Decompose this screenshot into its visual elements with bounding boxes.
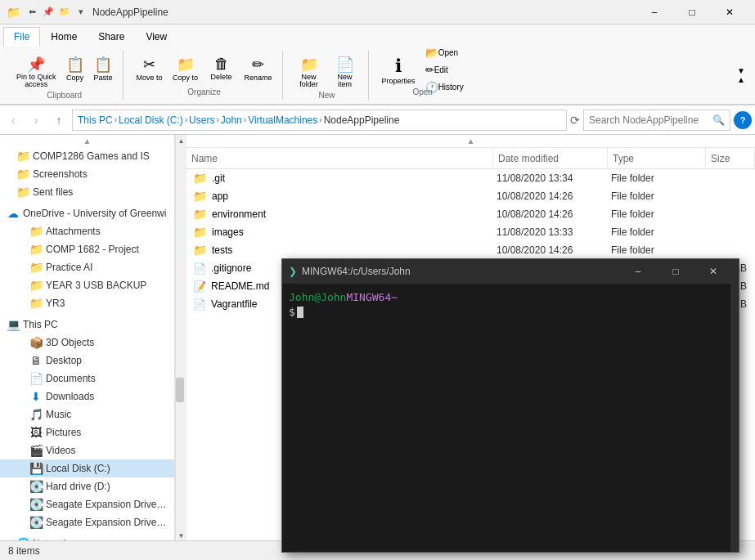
- sidebar-item-screenshots[interactable]: 📁 Screenshots: [0, 165, 174, 183]
- help-btn[interactable]: ▼: [737, 66, 745, 75]
- terminal-close-btn[interactable]: ✕: [694, 259, 732, 284]
- sidebar-item-label: YR3: [46, 298, 65, 309]
- tb-down-icon[interactable]: ▾: [74, 6, 88, 19]
- sidebar-item-label: Documents: [46, 373, 96, 384]
- scroll-up-btn[interactable]: ▲: [176, 135, 187, 146]
- terminal-maximize-btn[interactable]: □: [657, 259, 694, 284]
- sidebar-item-year3-backup[interactable]: 📁 YEAR 3 USB BACKUP: [0, 276, 174, 294]
- sidebar-scrollbar[interactable]: ▲ ▼: [175, 135, 187, 541]
- sidebar-item-3d-objects[interactable]: 📦 3D Objects: [0, 334, 174, 352]
- help-button[interactable]: ?: [734, 111, 752, 129]
- copy-to-btn[interactable]: 📁 Copy to: [169, 54, 202, 83]
- sidebar-item-attachments[interactable]: 📁 Attachments: [0, 222, 174, 240]
- table-row[interactable]: 📁 app 10/08/2020 14:26 File folder: [187, 187, 755, 205]
- bc-users[interactable]: Users: [189, 114, 214, 126]
- refresh-button[interactable]: ⟳: [570, 114, 580, 127]
- sidebar-item-seagate2[interactable]: 💽 Seagate Expansion Drive (E:): [0, 513, 174, 531]
- tb-undo-icon[interactable]: ⬅: [25, 6, 38, 19]
- bc-john[interactable]: John: [221, 114, 242, 126]
- new-folder-btn[interactable]: 📁 Newfolder: [293, 54, 326, 92]
- minimize-button[interactable]: –: [636, 0, 673, 25]
- sidebar-item-label: Videos: [46, 445, 75, 456]
- file-name-text: README.md: [211, 280, 269, 292]
- term-dollar: $: [289, 305, 295, 320]
- clipboard-label: Clipboard: [13, 91, 116, 100]
- 3d-icon: 📦: [29, 336, 43, 349]
- bc-vms[interactable]: VirtualMachines: [248, 114, 317, 126]
- collapse-ribbon-btn[interactable]: ▲: [737, 75, 745, 84]
- tb-pin-icon[interactable]: 📌: [42, 6, 55, 19]
- table-row[interactable]: 📁 .git 11/08/2020 13:34 File folder: [187, 169, 755, 187]
- col-header-name[interactable]: Name: [187, 148, 493, 168]
- sidebar-item-comp1286[interactable]: 📁 COMP1286 Games and IS: [0, 147, 174, 165]
- new-item-btn[interactable]: 📄 Newitem: [329, 54, 362, 92]
- breadcrumb[interactable]: This PC › Local Disk (C:) › Users › John…: [72, 110, 567, 131]
- copy-btn[interactable]: 📋 Copy: [63, 54, 88, 92]
- back-button[interactable]: ‹: [3, 110, 23, 130]
- col-header-type[interactable]: Type: [608, 148, 706, 168]
- sidebar-item-label: Sent files: [33, 186, 73, 198]
- table-row[interactable]: 📁 tests 10/08/2020 14:26 File folder: [187, 241, 755, 259]
- sidebar-item-this-pc[interactable]: 💻 This PC: [0, 316, 174, 334]
- tab-share[interactable]: Share: [88, 27, 135, 47]
- scrollbar-thumb[interactable]: [176, 378, 184, 402]
- bc-this-pc[interactable]: This PC: [78, 114, 113, 126]
- sidebar-item-pictures[interactable]: 🖼 Pictures: [0, 423, 174, 441]
- table-row[interactable]: 📁 images 11/08/2020 13:33 File folder: [187, 223, 755, 241]
- sidebar-item-sent-files[interactable]: 📁 Sent files: [0, 183, 174, 201]
- rename-btn[interactable]: ✏ Rename: [241, 54, 276, 83]
- up-button[interactable]: ↑: [49, 110, 69, 130]
- maximize-button[interactable]: □: [673, 0, 711, 25]
- sidebar-item-label: Seagate Expansion Drive (E:): [46, 499, 168, 510]
- sidebar-item-local-disk[interactable]: 💾 Local Disk (C:): [0, 459, 174, 477]
- file-name-text: app: [212, 190, 228, 202]
- tab-view[interactable]: View: [135, 27, 178, 47]
- term-tilde: ~: [391, 290, 398, 305]
- move-to-btn[interactable]: ✂ Move to: [133, 54, 166, 83]
- properties-btn[interactable]: ℹ Properties: [379, 54, 419, 87]
- scroll-down-btn[interactable]: ▼: [176, 530, 187, 541]
- sidebar-item-practice-ai[interactable]: 📁 Practice AI: [0, 258, 174, 276]
- sidebar-item-documents[interactable]: 📄 Documents: [0, 370, 174, 388]
- sidebar-item-label: Seagate Expansion Drive (E:): [46, 517, 168, 528]
- sidebar-item-desktop[interactable]: 🖥 Desktop: [0, 352, 174, 370]
- scroll-up[interactable]: ▲: [0, 135, 174, 147]
- sidebar-item-comp1682[interactable]: 📁 COMP 1682 - Project: [0, 240, 174, 258]
- pin-to-quick-btn[interactable]: 📌 Pin to Quickaccess: [13, 54, 60, 92]
- tab-file[interactable]: File: [3, 27, 40, 47]
- desktop-icon: 🖥: [29, 354, 43, 367]
- col-header-date[interactable]: Date modified: [493, 148, 608, 168]
- paste-btn[interactable]: 📋 Paste: [91, 54, 116, 92]
- forward-button[interactable]: ›: [26, 110, 46, 130]
- close-button[interactable]: ✕: [711, 0, 748, 25]
- col-header-size[interactable]: Size: [706, 148, 755, 168]
- sidebar-item-label: Practice AI: [46, 262, 92, 273]
- sidebar-item-yr3[interactable]: 📁 YR3: [0, 294, 174, 312]
- file-type: File folder: [606, 244, 704, 256]
- folder-icon: 📁: [193, 190, 207, 203]
- sidebar-item-videos[interactable]: 🎬 Videos: [0, 441, 174, 459]
- edit-btn[interactable]: ✏ Edit: [422, 62, 467, 78]
- file-scroll-up[interactable]: ▲: [187, 135, 755, 148]
- table-row[interactable]: 📁 environment 10/08/2020 14:26 File fold…: [187, 205, 755, 223]
- terminal-scrollbar[interactable]: [730, 284, 739, 552]
- tb-folder-icon[interactable]: 📁: [58, 6, 71, 19]
- folder-icon: 📁: [16, 150, 29, 163]
- terminal-minimize-btn[interactable]: –: [619, 259, 657, 284]
- search-input[interactable]: [589, 114, 712, 126]
- sidebar-item-hard-drive[interactable]: 💽 Hard drive (D:): [0, 477, 174, 495]
- tab-home[interactable]: Home: [40, 27, 88, 47]
- folder-icon: 📁: [193, 244, 207, 257]
- file-type: File folder: [606, 190, 704, 202]
- bc-local-disk[interactable]: Local Disk (C:): [119, 114, 183, 126]
- edit-icon: ✏: [425, 64, 434, 76]
- copydest-icon: 📁: [177, 56, 195, 74]
- open-icon: 📂: [425, 47, 438, 59]
- sidebar-item-onedrive[interactable]: ☁ OneDrive - University of Greenwi: [0, 204, 174, 222]
- open-btn[interactable]: 📂 Open: [422, 45, 467, 60]
- newfolder-icon: 📁: [300, 56, 318, 74]
- delete-btn[interactable]: 🗑 Delete: [205, 54, 238, 83]
- sidebar-item-downloads[interactable]: ⬇ Downloads: [0, 388, 174, 405]
- sidebar-item-seagate1[interactable]: 💽 Seagate Expansion Drive (E:): [0, 495, 174, 513]
- sidebar-item-music[interactable]: 🎵 Music: [0, 405, 174, 423]
